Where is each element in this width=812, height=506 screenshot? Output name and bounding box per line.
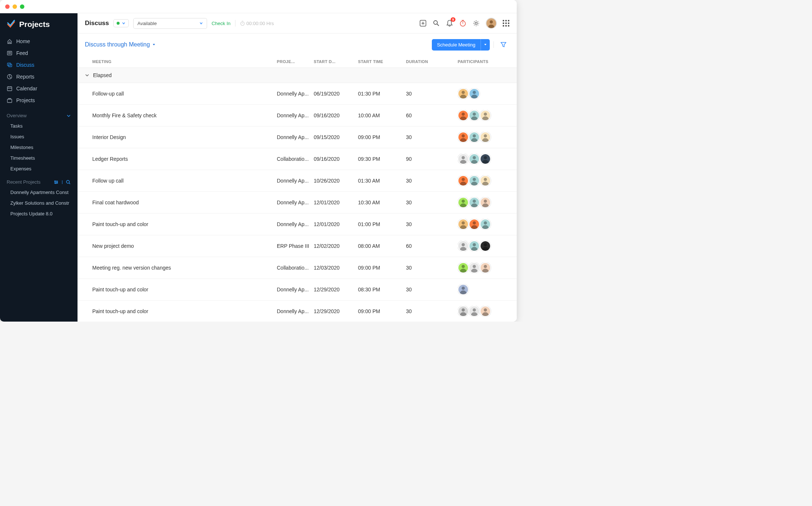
svg-point-25 — [462, 112, 465, 116]
svg-point-7 — [57, 181, 58, 183]
apps-menu-icon[interactable] — [503, 20, 509, 27]
user-avatar[interactable] — [486, 18, 497, 29]
meeting-time: 10:00 AM — [358, 112, 406, 118]
svg-point-37 — [473, 134, 476, 138]
status-dropdown[interactable] — [113, 19, 129, 27]
svg-point-64 — [473, 200, 476, 203]
overview-item-expenses[interactable]: Expenses — [0, 163, 78, 174]
col-meeting[interactable]: MEETING — [92, 59, 277, 64]
participant-avatar — [480, 219, 491, 230]
filter-button[interactable] — [498, 39, 509, 51]
notifications-button[interactable]: 9 — [446, 20, 453, 27]
window-minimize-icon[interactable] — [13, 4, 17, 9]
topbar: Discuss Available Check In 00:00:00 Hrs — [78, 13, 517, 34]
meeting-row[interactable]: Interior Design Donnelly Ap... 09/15/202… — [78, 126, 517, 148]
meeting-date: 09/16/2020 — [314, 156, 358, 162]
sidebar-section-overview[interactable]: Overview — [0, 108, 78, 121]
search-icon[interactable] — [66, 180, 71, 185]
recent-item[interactable]: Donnelly Apartments Const — [0, 187, 78, 198]
meeting-project: Donnelly Ap... — [277, 221, 314, 227]
meeting-date: 09/16/2020 — [314, 112, 358, 118]
meeting-time: 09:30 PM — [358, 156, 406, 162]
participant-avatar — [469, 88, 480, 99]
reports-icon — [7, 74, 13, 80]
svg-point-52 — [462, 178, 465, 181]
meeting-participants — [458, 132, 509, 143]
meeting-row[interactable]: Follow up call Donnelly Ap... 10/26/2020… — [78, 170, 517, 192]
svg-point-73 — [473, 221, 476, 225]
participant-avatar — [469, 110, 480, 121]
overview-item-issues[interactable]: Issues — [0, 131, 78, 142]
sidebar-item-calendar[interactable]: Calendar — [0, 83, 78, 94]
meeting-project: Donnelly Ap... — [277, 112, 314, 118]
meeting-row[interactable]: Monthly Fire & Safety check Donnelly Ap.… — [78, 105, 517, 126]
meeting-project: Donnelly Ap... — [277, 308, 314, 314]
search-icon[interactable] — [433, 20, 440, 27]
overview-label: Overview — [7, 113, 27, 118]
nav-label: Calendar — [16, 86, 37, 91]
main: Discuss Available Check In 00:00:00 Hrs — [78, 13, 517, 322]
meeting-row[interactable]: Final coat hardwood Donnelly Ap... 12/01… — [78, 192, 517, 214]
timer-icon[interactable] — [459, 20, 467, 27]
svg-point-28 — [473, 112, 476, 116]
col-participants[interactable]: PARTICIPANTS — [458, 59, 509, 64]
schedule-meeting-button[interactable]: Schedule Meeting — [432, 39, 490, 51]
svg-point-6 — [55, 180, 56, 181]
meeting-row[interactable]: Meeting reg. new version changes Collabo… — [78, 257, 517, 279]
meeting-participants — [458, 284, 509, 295]
window-close-icon[interactable] — [5, 4, 10, 9]
checkin-link[interactable]: Check In — [211, 21, 230, 26]
meeting-row[interactable]: New project demo ERP Phase III 12/02/202… — [78, 235, 517, 257]
sidebar-item-home[interactable]: Home — [0, 35, 78, 47]
meeting-row[interactable]: Paint touch-up and color Donnelly Ap... … — [78, 214, 517, 235]
svg-point-55 — [473, 178, 476, 181]
add-icon[interactable] — [419, 20, 427, 27]
gear-icon[interactable] — [472, 20, 480, 27]
recent-item[interactable]: Zylker Solutions and Constr — [0, 198, 78, 208]
schedule-dropdown-arrow[interactable] — [481, 39, 490, 51]
col-start-date[interactable]: START D... — [314, 59, 358, 64]
svg-point-67 — [484, 200, 487, 203]
meeting-title: Monthly Fire & Safety check — [92, 112, 277, 118]
stopwatch-icon — [240, 21, 245, 26]
settings-icon[interactable] — [54, 180, 59, 185]
meeting-row[interactable]: Paint touch-up and color Donnelly Ap... … — [78, 279, 517, 301]
meeting-row[interactable]: Ledger Reports Collaboratio... 09/16/202… — [78, 148, 517, 170]
sidebar-item-reports[interactable]: Reports — [0, 71, 78, 83]
meeting-row[interactable]: Follow-up call Donnelly Ap... 06/19/2020… — [78, 83, 517, 105]
sidebar-item-discuss[interactable]: Discuss — [0, 59, 78, 71]
group-header[interactable]: Elapsed — [78, 68, 517, 83]
meeting-date: 12/01/2020 — [314, 200, 358, 205]
meeting-date: 10/26/2020 — [314, 178, 358, 184]
availability-select[interactable]: Available — [133, 18, 207, 29]
sidebar-item-projects[interactable]: Projects — [0, 94, 78, 106]
chevron-down-icon — [85, 73, 89, 77]
meeting-duration: 30 — [406, 287, 458, 292]
overview-item-timesheets[interactable]: Timesheets — [0, 153, 78, 163]
overview-item-tasks[interactable]: Tasks — [0, 121, 78, 131]
participant-avatar — [469, 197, 480, 208]
window-maximize-icon[interactable] — [20, 4, 24, 9]
col-start-time[interactable]: START TIME — [358, 59, 406, 64]
view-dropdown[interactable]: Discuss through Meeting — [85, 41, 156, 48]
sidebar-section-recent: Recent Projects | — [0, 174, 78, 187]
participant-avatar — [469, 153, 480, 164]
meeting-project: Donnelly Ap... — [277, 134, 314, 140]
svg-point-12 — [434, 21, 437, 24]
meeting-duration: 30 — [406, 134, 458, 140]
sidebar-item-feed[interactable]: Feed — [0, 47, 78, 59]
recent-item[interactable]: Projects Update 8.0 — [0, 208, 78, 219]
col-project[interactable]: PROJE... — [277, 59, 314, 64]
caret-down-icon — [152, 43, 156, 46]
table-body: Elapsed Follow-up call Donnelly Ap... 06… — [78, 68, 517, 322]
col-duration[interactable]: DURATION — [406, 59, 458, 64]
table-header: MEETING PROJE... START D... START TIME D… — [78, 56, 517, 68]
timer-display: 00:00:00 Hrs — [240, 21, 274, 26]
meeting-row[interactable]: Paint touch-up and color Donnelly Ap... … — [78, 301, 517, 322]
meeting-date: 12/29/2020 — [314, 287, 358, 292]
svg-point-100 — [462, 308, 465, 312]
meeting-project: Donnelly Ap... — [277, 178, 314, 184]
page-title: Discuss — [85, 20, 109, 27]
participant-avatar — [458, 110, 469, 121]
overview-item-milestones[interactable]: Milestones — [0, 142, 78, 153]
